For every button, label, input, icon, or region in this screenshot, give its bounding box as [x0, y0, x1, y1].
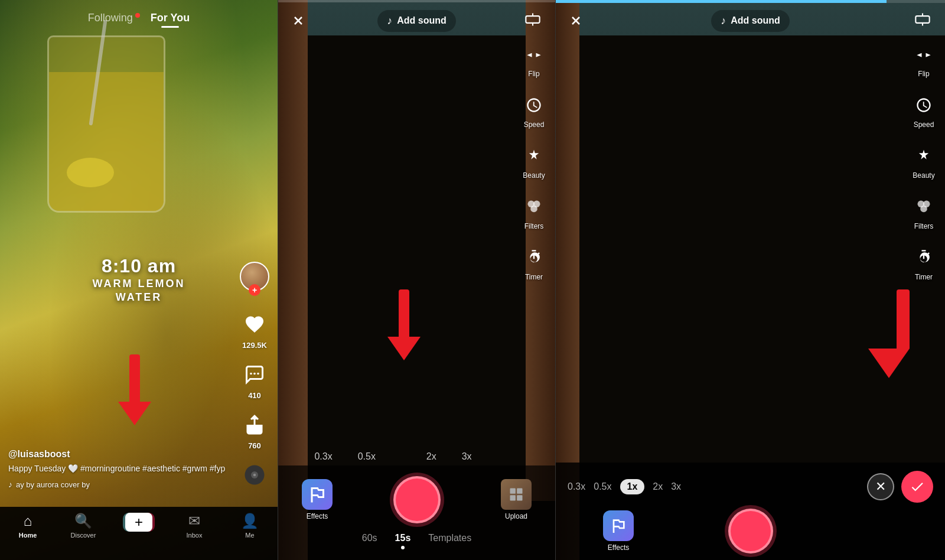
- red-arrow-feed: [118, 354, 151, 425]
- record-row: Effects Upload: [278, 465, 555, 523]
- speed-label-2: Speed: [914, 121, 934, 129]
- camera-topbar: ♪ Add sound: [278, 0, 555, 41]
- close-button-2[interactable]: [565, 10, 586, 31]
- speed-1x[interactable]: [394, 453, 408, 460]
- speed-2x[interactable]: 2x: [419, 448, 444, 465]
- red-arrow-camera1: [387, 289, 421, 360]
- filters-label: Filters: [524, 222, 544, 230]
- share-button[interactable]: 760: [240, 411, 269, 450]
- music-icon: ♪: [387, 15, 392, 27]
- flip-top-button-2[interactable]: [914, 11, 936, 30]
- share-count: 760: [248, 441, 261, 450]
- svg-rect-12: [510, 489, 516, 494]
- effects-label: Effects: [307, 512, 328, 520]
- effects-button[interactable]: Effects: [302, 479, 333, 520]
- flip-control[interactable]: Flip: [521, 41, 547, 78]
- svg-rect-15: [517, 495, 522, 500]
- foryou-tab[interactable]: For You: [151, 12, 190, 24]
- flip-label-2: Flip: [918, 70, 929, 78]
- beauty-label-2: Beauty: [913, 171, 934, 180]
- glass-liquid: [49, 72, 164, 211]
- filters-icon-2: [911, 194, 937, 220]
- upload-button[interactable]: Upload: [501, 479, 532, 520]
- nav-discover[interactable]: 🔍 Discover: [66, 513, 101, 539]
- nav-me[interactable]: 👤 Me: [232, 513, 268, 539]
- music-info: ♪ ay by aurora cover by: [8, 480, 230, 489]
- flip-top-button[interactable]: [524, 11, 546, 30]
- speed2-0.5x[interactable]: 0.5x: [594, 481, 611, 492]
- svg-point-0: [250, 373, 252, 375]
- comment-button[interactable]: 410: [240, 360, 269, 400]
- speed2-0.3x[interactable]: 0.3x: [568, 481, 585, 492]
- speed-0.3x[interactable]: 0.3x: [307, 448, 339, 465]
- following-tab[interactable]: Following: [88, 12, 133, 24]
- dur-templates[interactable]: Templates: [428, 533, 471, 554]
- filters-control[interactable]: Filters: [521, 194, 547, 230]
- camera-bottom-bar: Effects Upload 60s 15s Templates: [278, 465, 555, 560]
- music-disc: [240, 461, 269, 489]
- add-sound-label-2: Add sound: [731, 15, 780, 26]
- beauty-icon-2: [911, 143, 937, 169]
- discover-label: Discover: [71, 532, 96, 539]
- timer-icon: [521, 245, 547, 271]
- music-icon-2: ♪: [721, 15, 726, 27]
- dur-15s[interactable]: 15s: [395, 533, 411, 554]
- speed-control[interactable]: Speed: [521, 92, 547, 129]
- effects-record-row: Effects: [556, 503, 945, 554]
- speed-0.5x[interactable]: 0.5x: [351, 448, 383, 465]
- dur-60s[interactable]: 60s: [362, 533, 377, 554]
- speed2-2x[interactable]: 2x: [653, 481, 663, 492]
- flip-icon-2: [911, 41, 937, 67]
- svg-point-20: [920, 206, 927, 213]
- filters-control-2[interactable]: Filters: [911, 194, 937, 230]
- svg-point-1: [253, 373, 256, 375]
- beauty-control-2[interactable]: Beauty: [911, 143, 937, 180]
- record-button-2[interactable]: [728, 509, 773, 554]
- comment-icon: [240, 360, 269, 389]
- add-sound-button[interactable]: ♪ Add sound: [377, 10, 456, 32]
- effects-icon-left[interactable]: Effects: [603, 510, 634, 552]
- me-icon: 👤: [241, 513, 259, 529]
- feed-top-nav: Following For You: [0, 0, 278, 30]
- camera-controls: Flip Speed Beauty: [521, 41, 547, 281]
- effects-panel: 0.3x 0.5x 1x 2x 3x ✕: [556, 463, 945, 560]
- speed-label: Speed: [524, 121, 545, 129]
- record-button[interactable]: [393, 476, 441, 523]
- speed-control-2[interactable]: Speed: [911, 92, 937, 129]
- speed-3x[interactable]: 3x: [455, 448, 479, 465]
- camera2-topbar: ♪ Add sound: [556, 0, 945, 41]
- beauty-icon: [521, 143, 547, 169]
- creator-username[interactable]: @luisasboost: [8, 449, 230, 460]
- timer-control-2[interactable]: Timer: [911, 245, 937, 281]
- following-dot: [135, 13, 140, 18]
- close-button[interactable]: [288, 10, 309, 31]
- home-label: Home: [19, 532, 37, 539]
- music-note-icon: ♪: [8, 480, 12, 489]
- speed2-1x[interactable]: 1x: [620, 479, 645, 494]
- beauty-control[interactable]: Beauty: [521, 143, 547, 180]
- video-subtitle: WARM LEMON WATER: [93, 277, 185, 305]
- cancel-effect-button[interactable]: ✕: [867, 473, 894, 500]
- confirm-effect-button[interactable]: [901, 471, 933, 503]
- music-text: ay by aurora cover by: [16, 480, 90, 489]
- filters-label-2: Filters: [914, 222, 934, 230]
- nav-inbox[interactable]: ✉ Inbox: [177, 513, 212, 539]
- comment-count: 410: [248, 391, 261, 400]
- timer-label: Timer: [525, 273, 543, 281]
- duration-tabs: 60s 15s Templates: [362, 533, 471, 554]
- red-arrow-camera2: [868, 289, 910, 378]
- progress-fill: [556, 0, 887, 3]
- svg-rect-14: [510, 495, 516, 500]
- timer-icon-2: [911, 245, 937, 271]
- flip-control-2[interactable]: Flip: [911, 41, 937, 78]
- add-sound-button-2[interactable]: ♪ Add sound: [711, 10, 790, 32]
- timer-control[interactable]: Timer: [521, 245, 547, 281]
- like-button[interactable]: 129.5K: [240, 310, 269, 350]
- follow-plus-button[interactable]: +: [249, 284, 260, 296]
- nav-home[interactable]: ⌂ Home: [10, 513, 45, 539]
- speed2-3x[interactable]: 3x: [671, 481, 681, 492]
- share-icon: [240, 411, 269, 439]
- nav-create[interactable]: +: [121, 513, 157, 532]
- create-button[interactable]: +: [125, 513, 152, 532]
- upload-label: Upload: [505, 512, 527, 520]
